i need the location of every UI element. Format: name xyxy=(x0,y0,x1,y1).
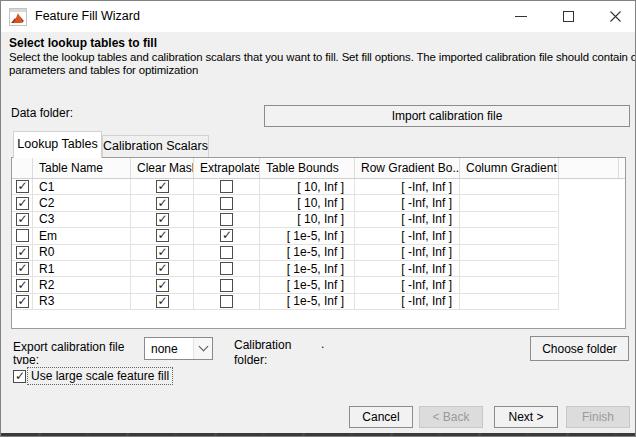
extrapolate-checkbox[interactable] xyxy=(220,279,233,292)
close-icon xyxy=(609,10,622,23)
row-gradient-cell[interactable]: [ -Inf, Inf ] xyxy=(355,212,460,228)
table-row[interactable]: Em [ 1e-5, Inf ] [ -Inf, Inf ] xyxy=(12,228,625,244)
table-bounds-cell[interactable]: [ 1e-5, Inf ] xyxy=(260,228,355,244)
tab-calibration-scalars[interactable]: Calibration Scalars xyxy=(102,135,209,157)
row-gradient-cell[interactable]: [ -Inf, Inf ] xyxy=(355,195,460,211)
header-row-gradient[interactable]: Row Gradient Bo... xyxy=(355,158,460,178)
row-select-checkbox[interactable] xyxy=(16,295,29,308)
matlab-logo-icon xyxy=(9,8,27,26)
data-folder-label: Data folder: xyxy=(11,106,73,120)
column-gradient-cell[interactable] xyxy=(460,245,559,261)
row-gradient-cell[interactable]: [ -Inf, Inf ] xyxy=(355,277,460,293)
table-row[interactable]: C3 [ 10, Inf ] [ -Inf, Inf ] xyxy=(12,212,625,228)
table-bounds-cell[interactable]: [ 1e-5, Inf ] xyxy=(260,245,355,261)
extrapolate-checkbox[interactable] xyxy=(220,180,233,193)
export-type-dropdown[interactable]: none xyxy=(144,337,213,360)
maximize-icon xyxy=(563,11,574,22)
use-large-scale-feature-fill-checkbox[interactable] xyxy=(13,370,26,383)
column-gradient-cell[interactable] xyxy=(460,261,559,277)
header-table-name[interactable]: Table Name xyxy=(33,158,131,178)
table-row[interactable]: C2 [ 10, Inf ] [ -Inf, Inf ] xyxy=(12,195,625,211)
finish-button: Finish xyxy=(566,406,630,428)
table-name-cell[interactable]: C3 xyxy=(33,212,131,228)
clear-mask-checkbox[interactable] xyxy=(156,197,169,210)
extrapolate-checkbox[interactable] xyxy=(220,213,233,226)
table-bounds-cell[interactable]: [ 1e-5, Inf ] xyxy=(260,261,355,277)
table-name-cell[interactable]: Em xyxy=(33,228,131,244)
column-gradient-cell[interactable] xyxy=(460,195,559,211)
page-description-line2: parameters and tables for optimization xyxy=(9,64,198,76)
header-select-column[interactable] xyxy=(12,158,33,178)
tab-lookup-tables[interactable]: Lookup Tables xyxy=(13,131,102,158)
extrapolate-checkbox[interactable] xyxy=(220,246,233,259)
row-select-checkbox[interactable] xyxy=(16,213,29,226)
titlebar[interactable]: Feature Fill Wizard xyxy=(1,1,635,32)
clear-mask-checkbox[interactable] xyxy=(156,229,169,242)
table-name-cell[interactable]: R1 xyxy=(33,261,131,277)
table-name-cell[interactable]: R0 xyxy=(33,245,131,261)
column-gradient-cell[interactable] xyxy=(460,228,559,244)
clear-mask-checkbox[interactable] xyxy=(156,246,169,259)
table-row[interactable]: R1 [ 1e-5, Inf ] [ -Inf, Inf ] xyxy=(12,261,625,277)
export-calibration-file-type-label: Export calibration file type: xyxy=(13,341,163,364)
table-body: C1 [ 10, Inf ] [ -Inf, Inf ] C2 [ 10, In… xyxy=(12,179,625,310)
table-name-cell[interactable]: C1 xyxy=(33,179,131,195)
header-table-bounds[interactable]: Table Bounds xyxy=(260,158,355,178)
table-name-cell[interactable]: R2 xyxy=(33,277,131,293)
column-gradient-cell[interactable] xyxy=(460,294,559,310)
table-name-cell[interactable]: R3 xyxy=(33,294,131,310)
row-select-checkbox[interactable] xyxy=(16,246,29,259)
header-clear-mask[interactable]: Clear Mask xyxy=(131,158,194,178)
cancel-button[interactable]: Cancel xyxy=(349,406,413,428)
extrapolate-checkbox[interactable] xyxy=(220,262,233,275)
dropdown-arrow-zone[interactable] xyxy=(193,338,212,359)
maximize-button[interactable] xyxy=(552,1,584,32)
window-title: Feature Fill Wizard xyxy=(35,9,140,23)
header-filler xyxy=(559,158,625,178)
table-row[interactable]: R0 [ 1e-5, Inf ] [ -Inf, Inf ] xyxy=(12,245,625,261)
use-large-scale-feature-fill-label[interactable]: Use large scale feature fill xyxy=(27,367,173,385)
extrapolate-checkbox[interactable] xyxy=(220,295,233,308)
column-gradient-cell[interactable] xyxy=(460,277,559,293)
header-extrapolate[interactable]: Extrapolate xyxy=(194,158,260,178)
clear-mask-checkbox[interactable] xyxy=(156,213,169,226)
row-gradient-cell[interactable]: [ -Inf, Inf ] xyxy=(355,179,460,195)
clear-mask-checkbox[interactable] xyxy=(156,180,169,193)
clear-mask-checkbox[interactable] xyxy=(156,262,169,275)
table-bounds-cell[interactable]: [ 10, Inf ] xyxy=(260,195,355,211)
clear-mask-checkbox[interactable] xyxy=(156,295,169,308)
minimize-button[interactable] xyxy=(505,1,537,32)
table-row[interactable]: R3 [ 1e-5, Inf ] [ -Inf, Inf ] xyxy=(12,294,625,310)
table-row[interactable]: R2 [ 1e-5, Inf ] [ -Inf, Inf ] xyxy=(12,277,625,293)
calibration-folder-value: . xyxy=(321,337,324,351)
row-select-checkbox[interactable] xyxy=(16,180,29,193)
header-column-gradient[interactable]: Column Gradient ... xyxy=(460,158,559,178)
column-gradient-cell[interactable] xyxy=(460,179,559,195)
table-name-cell[interactable]: C2 xyxy=(33,195,131,211)
table-bounds-cell[interactable]: [ 10, Inf ] xyxy=(260,212,355,228)
table-row[interactable]: C1 [ 10, Inf ] [ -Inf, Inf ] xyxy=(12,179,625,195)
extrapolate-checkbox[interactable] xyxy=(220,229,233,242)
desktop-edge-strip xyxy=(1,433,635,436)
column-gradient-cell[interactable] xyxy=(460,212,559,228)
calibration-folder-label: Calibration folder: xyxy=(234,338,291,368)
table-bounds-cell[interactable]: [ 1e-5, Inf ] xyxy=(260,277,355,293)
row-gradient-cell[interactable]: [ -Inf, Inf ] xyxy=(355,294,460,310)
row-select-checkbox[interactable] xyxy=(16,197,29,210)
row-select-checkbox[interactable] xyxy=(16,279,29,292)
row-gradient-cell[interactable]: [ -Inf, Inf ] xyxy=(355,261,460,277)
row-select-checkbox[interactable] xyxy=(16,262,29,275)
table-bounds-cell[interactable]: [ 10, Inf ] xyxy=(260,179,355,195)
extrapolate-checkbox[interactable] xyxy=(220,197,233,210)
table-bounds-cell[interactable]: [ 1e-5, Inf ] xyxy=(260,294,355,310)
import-calibration-file-button[interactable]: Import calibration file xyxy=(264,105,630,127)
row-select-checkbox[interactable] xyxy=(16,229,29,242)
back-button: < Back xyxy=(419,406,483,428)
row-gradient-cell[interactable]: [ -Inf, Inf ] xyxy=(355,228,460,244)
minimize-icon xyxy=(515,16,527,17)
next-button[interactable]: Next > xyxy=(494,406,558,428)
row-gradient-cell[interactable]: [ -Inf, Inf ] xyxy=(355,245,460,261)
clear-mask-checkbox[interactable] xyxy=(156,279,169,292)
close-button[interactable] xyxy=(599,1,631,32)
choose-folder-button[interactable]: Choose folder xyxy=(530,336,629,361)
